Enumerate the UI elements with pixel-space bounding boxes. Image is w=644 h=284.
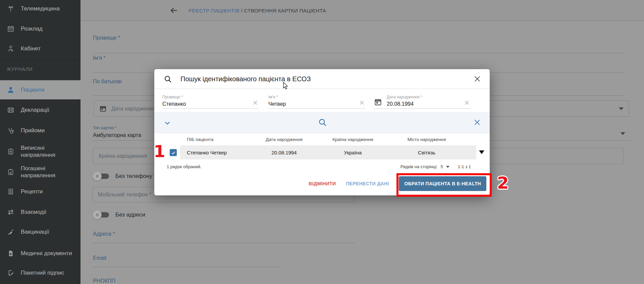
doctor-icon xyxy=(7,45,15,53)
sidebar-item-label: Рецепти xyxy=(21,188,73,195)
no-address-toggle[interactable] xyxy=(93,210,112,219)
search-action-band xyxy=(154,112,490,133)
receipt-icon xyxy=(7,188,15,196)
sidebar-item-batch-signature[interactable]: Пакетний підпис xyxy=(0,265,80,281)
sidebar-item-label: Пакетний підпис xyxy=(21,269,73,276)
breadcrumb-separator: / xyxy=(239,8,244,13)
clear-search-x-icon[interactable] xyxy=(473,119,481,128)
modal-first-name-field[interactable]: Ім'я * Четвер xyxy=(268,95,366,109)
modal-last-name-field[interactable]: Прізвище * Степанко xyxy=(162,95,259,109)
app-root: Телемедицина Розклад Кабінет ЖУРНАЛИ Пац… xyxy=(0,0,644,284)
field-label: Ім'я * xyxy=(268,95,366,99)
sidebar-item-label: Вакцинації xyxy=(21,228,73,235)
search-icon[interactable] xyxy=(318,118,327,128)
top-bar: РЕЄСТР ПАЦІЄНТІВ / СТВОРЕННЯ КАРТКИ ПАЦІ… xyxy=(80,0,644,21)
document-plus-icon xyxy=(7,249,15,257)
calendar-icon xyxy=(7,25,15,33)
no-phone-label: Без телефону xyxy=(115,173,152,180)
sidebar-item-cabinet[interactable]: Кабінет xyxy=(0,41,80,57)
cell-birth-date: 20.08.1994 xyxy=(254,150,314,155)
modal-footer: ВІДМІНИТИ ПЕРЕНЕСТИ ДАНІ ОБРАТИ ПАЦІЄНТА… xyxy=(154,175,490,192)
transfer-data-button[interactable]: ПЕРЕНЕСТИ ДАНІ xyxy=(346,181,389,186)
field-value[interactable]: Четвер xyxy=(268,101,366,107)
bg-address-underline[interactable] xyxy=(93,243,355,243)
field-label: Дата народження * xyxy=(387,95,471,99)
sidebar-item-prescriptions[interactable]: Рецепти xyxy=(0,184,80,200)
sidebar-item-issued-referrals[interactable]: Виписані направлення xyxy=(0,142,80,161)
select-patient-ehealth-button[interactable]: ОБРАТИ ПАЦІЄНТА В E-HEALTH xyxy=(399,176,486,191)
calendar-icon xyxy=(374,98,382,106)
breadcrumb-link-patient-registry[interactable]: РЕЄСТР ПАЦІЄНТІВ xyxy=(189,8,239,13)
sidebar-item-label: Погашені направлення xyxy=(21,165,73,179)
antenna-icon xyxy=(7,5,15,13)
toggle-thumb-x-icon xyxy=(93,172,102,181)
modal-birth-date-field[interactable]: Дата народження * 20.08.1994 xyxy=(374,95,471,109)
sidebar-item-appointments[interactable]: Прийоми xyxy=(0,123,80,139)
sidebar-item-label: Медичні документи xyxy=(21,250,73,257)
sidebar-item-label: Кабінет xyxy=(21,45,73,52)
table-row[interactable]: Степанко Четвер 20.08.1994 Україна Світя… xyxy=(154,145,490,159)
clear-x-icon[interactable] xyxy=(464,100,470,106)
close-icon[interactable] xyxy=(474,75,481,83)
cancel-button[interactable]: ВІДМІНИТИ xyxy=(309,181,336,186)
chevron-down-icon[interactable] xyxy=(621,132,625,135)
annotation-step-1: 1 xyxy=(154,142,165,161)
rows-per-page-caret-icon[interactable] xyxy=(446,166,449,168)
bg-first-name-label: Ім'я * xyxy=(93,55,106,61)
breadcrumb-current: СТВОРЕННЯ КАРТКИ ПАЦІЄНТА xyxy=(244,8,326,13)
no-address-label: Без адреси xyxy=(115,211,145,218)
sidebar-item-redeemed-referrals[interactable]: Погашені направлення xyxy=(0,162,80,181)
table-row-cells[interactable]: Степанко Четвер 20.08.1994 Україна Світя… xyxy=(180,145,476,159)
row-checkbox-checked[interactable] xyxy=(170,149,177,156)
sidebar-item-medical-documents[interactable]: Медичні документи xyxy=(0,244,80,263)
page-range-text: 1-1 з 1 xyxy=(458,164,471,169)
rows-per-page-value[interactable]: 5 xyxy=(441,164,443,169)
sidebar: Телемедицина Розклад Кабінет ЖУРНАЛИ Пац… xyxy=(0,0,80,284)
pagination: Рядків на сторінці: 5 1-1 з 1 xyxy=(400,164,471,169)
selection-row: 1 рядок обраний. Рядків на сторінці: 5 1… xyxy=(154,162,490,171)
stethoscope-icon xyxy=(7,127,15,135)
sidebar-item-label: Пацієнти xyxy=(21,86,73,93)
sidebar-item-declarations[interactable]: Декларації xyxy=(0,102,80,118)
row-expand-caret-icon[interactable] xyxy=(479,150,484,154)
syringe-icon xyxy=(7,228,15,236)
cell-birth-city: Світязь xyxy=(391,150,462,155)
chevron-down-icon[interactable] xyxy=(619,107,624,110)
bg-birth-country-placeholder: Країна народження xyxy=(99,153,147,159)
field-value[interactable]: Степанко xyxy=(162,101,259,107)
cell-birth-country: Україна xyxy=(314,150,391,155)
bg-card-type-value: Амбулаторна карта xyxy=(93,132,141,138)
bg-email-label: Email xyxy=(93,255,106,261)
no-phone-toggle[interactable] xyxy=(93,172,112,181)
chevron-down-icon[interactable] xyxy=(164,119,171,128)
sidebar-item-vaccinations[interactable]: Вакцинації xyxy=(0,224,80,240)
sidebar-item-label: Телемедицина xyxy=(21,5,73,12)
sidebar-item-label: Прийоми xyxy=(21,127,73,134)
sidebar-item-label: Взаємодії xyxy=(21,208,73,216)
sidebar-item-interactions[interactable]: Взаємодії xyxy=(0,204,80,220)
bg-birth-date-label: Дата народження xyxy=(111,106,155,112)
sidebar-item-label: Декларації xyxy=(21,106,73,113)
rows-per-page-label: Рядків на сторінці: xyxy=(400,164,438,169)
sidebar-item-telemedicine[interactable]: Телемедицина xyxy=(0,1,80,17)
declaration-card-icon xyxy=(7,106,15,114)
back-arrow-icon[interactable] xyxy=(170,6,178,15)
clear-x-icon[interactable] xyxy=(359,100,365,106)
cell-patient-name: Степанко Четвер xyxy=(180,150,254,155)
sidebar-item-patients[interactable]: Пацієнти xyxy=(0,80,80,99)
sidebar-divider xyxy=(0,59,80,60)
search-icon xyxy=(164,75,172,83)
bg-last-name-underline[interactable] xyxy=(93,53,624,53)
header-birth-city: Місто народження xyxy=(391,137,462,142)
annotation-step-2: 2 xyxy=(497,173,509,193)
field-value[interactable]: 20.08.1994 xyxy=(387,101,471,107)
bg-last-name-label: Прізвище * xyxy=(93,35,120,41)
clear-x-icon[interactable] xyxy=(252,100,258,106)
signature-pen-icon xyxy=(7,269,15,277)
clipboard-pulse-icon xyxy=(7,147,15,155)
bg-email-underline[interactable] xyxy=(93,267,282,267)
sidebar-item-schedule[interactable]: Розклад xyxy=(0,21,80,37)
toggle-thumb-x-icon xyxy=(93,210,102,219)
bg-mobile-phone-placeholder: Мобільний телефон * xyxy=(98,192,151,198)
breadcrumb: РЕЄСТР ПАЦІЄНТІВ / СТВОРЕННЯ КАРТКИ ПАЦІ… xyxy=(189,0,326,21)
